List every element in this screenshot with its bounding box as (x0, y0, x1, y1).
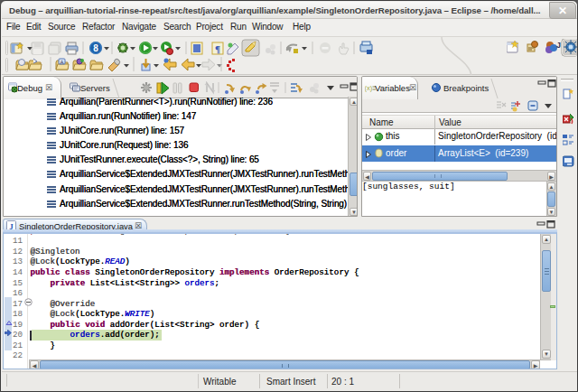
svg-text:¶: ¶ (215, 43, 220, 54)
svg-text:A: A (60, 60, 63, 65)
svg-text:J: J (556, 41, 561, 50)
svg-text:(x): (x) (365, 84, 373, 92)
svg-text:8: 8 (93, 43, 98, 53)
